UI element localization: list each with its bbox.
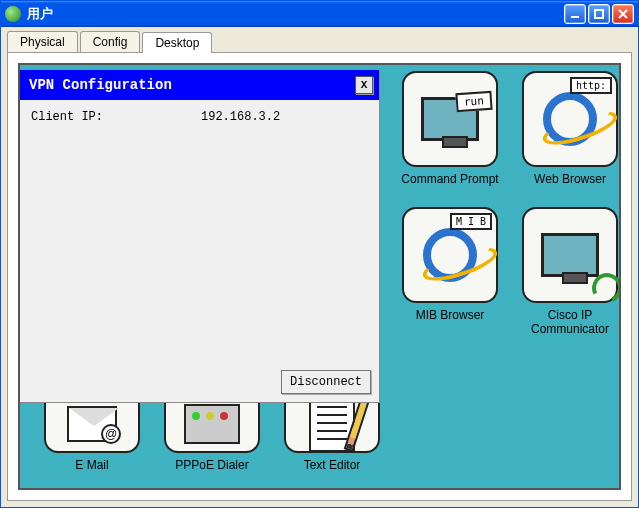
email-icon: @ xyxy=(44,397,140,453)
browser-ring-icon xyxy=(423,228,477,282)
svg-rect-0 xyxy=(571,16,579,18)
window-title: 用户 xyxy=(27,5,564,23)
tabs: Physical Config Desktop xyxy=(1,27,638,52)
at-icon: @ xyxy=(101,424,121,444)
maximize-button[interactable] xyxy=(588,4,610,24)
window-close-button[interactable] xyxy=(612,4,634,24)
app-pppoe-dialer[interactable]: PPPoE Dialer xyxy=(154,397,270,473)
minimize-button[interactable] xyxy=(564,4,586,24)
maximize-icon xyxy=(593,8,605,20)
tab-config[interactable]: Config xyxy=(80,31,141,52)
vpn-dialog: VPN Configuration X Client IP: 192.168.3… xyxy=(18,69,380,403)
tab-desktop[interactable]: Desktop xyxy=(142,32,212,53)
app-label: Cisco IP Communicator xyxy=(512,309,621,337)
monitor-icon: run xyxy=(421,97,479,141)
command-prompt-icon: run xyxy=(402,71,498,167)
vpn-client-ip-row: Client IP: 192.168.3.2 xyxy=(31,110,367,124)
mib-browser-icon: M I B xyxy=(402,207,498,303)
app-label: E Mail xyxy=(34,459,150,473)
vpn-close-button[interactable]: X xyxy=(355,76,373,94)
disconnect-button[interactable]: Disconnect xyxy=(281,370,371,394)
vpn-title-text: VPN Configuration xyxy=(29,77,355,93)
tab-content: run Command Prompt http: Web Browser M I… xyxy=(7,52,632,501)
client-ip-value: 192.168.3.2 xyxy=(201,110,280,124)
window-controls xyxy=(564,4,634,24)
app-email[interactable]: @ E Mail xyxy=(34,397,150,473)
app-web-browser[interactable]: http: Web Browser xyxy=(512,71,621,187)
app-label: Command Prompt xyxy=(392,173,508,187)
app-label: Text Editor xyxy=(274,459,390,473)
vpn-body: Client IP: 192.168.3.2 Disconnect xyxy=(19,100,379,402)
app-mib-browser[interactable]: M I B MIB Browser xyxy=(392,207,508,323)
browser-ring-icon xyxy=(543,92,597,146)
envelope-icon: @ xyxy=(67,406,117,442)
mib-badge: M I B xyxy=(450,213,492,230)
close-icon xyxy=(617,8,629,20)
vpn-titlebar[interactable]: VPN Configuration X xyxy=(19,70,379,100)
pppoe-icon xyxy=(164,397,260,453)
svg-rect-1 xyxy=(595,10,603,18)
app-text-editor[interactable]: Text Editor xyxy=(274,397,390,473)
text-editor-icon xyxy=(284,397,380,453)
minimize-icon xyxy=(569,8,581,20)
document-icon xyxy=(309,396,355,452)
tab-physical[interactable]: Physical xyxy=(7,31,78,52)
web-browser-icon: http: xyxy=(522,71,618,167)
app-label: Web Browser xyxy=(512,173,621,187)
desktop-area: run Command Prompt http: Web Browser M I… xyxy=(18,63,621,490)
monitor-icon xyxy=(541,233,599,277)
app-command-prompt[interactable]: run Command Prompt xyxy=(392,71,508,187)
app-icon xyxy=(5,6,21,22)
http-badge: http: xyxy=(570,77,612,94)
titlebar[interactable]: 用户 xyxy=(1,1,638,27)
app-window: 用户 Physical Config Desktop run xyxy=(0,0,639,508)
app-cisco-ip-communicator[interactable]: Cisco IP Communicator xyxy=(512,207,621,337)
modem-icon xyxy=(184,404,240,444)
cisco-ipc-icon xyxy=(522,207,618,303)
app-label: PPPoE Dialer xyxy=(154,459,270,473)
app-label: MIB Browser xyxy=(392,309,508,323)
client-ip-label: Client IP: xyxy=(31,110,201,124)
run-badge: run xyxy=(456,91,493,112)
